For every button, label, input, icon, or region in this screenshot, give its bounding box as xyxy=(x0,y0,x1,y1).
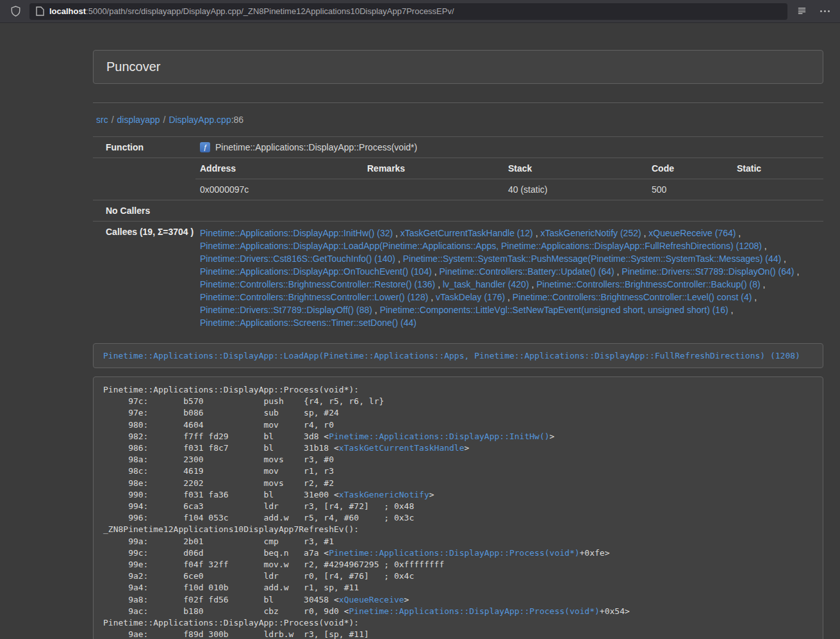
col-code: Code xyxy=(647,158,732,179)
breadcrumb-line-number: :86 xyxy=(231,115,243,125)
asm-text: > xyxy=(404,595,409,604)
asm-text: 98c: 4619 mov r1, r3 xyxy=(103,466,334,476)
asm-symbol-link[interactable]: Pinetime::Applications::DisplayApp::Proc… xyxy=(349,606,600,616)
callee-link[interactable]: Pinetime::Applications::DisplayApp::OnTo… xyxy=(200,266,432,277)
function-name: Pinetime::Applications::DisplayApp::Proc… xyxy=(215,142,417,152)
asm-line: 98e: 2202 movs r2, #2 xyxy=(103,478,334,488)
asm-text: _ZN8Pinetime12Applications10DisplayApp7R… xyxy=(103,524,359,534)
col-static: Static xyxy=(732,158,823,179)
asm-line: 97c: b570 push {r4, r5, r6, lr} xyxy=(103,396,384,406)
callee-link[interactable]: Pinetime::System::SystemTask::PushMessag… xyxy=(403,254,782,264)
app-title: Puncover xyxy=(106,60,810,74)
asm-text: 996: f104 053c add.w r5, r4, #60 ; 0x3c xyxy=(103,513,414,522)
callee-link[interactable]: xQueueReceive (764) xyxy=(648,228,736,238)
asm-text: > xyxy=(550,432,555,441)
value-stack: 40 (static) xyxy=(504,179,647,200)
asm-text: 97e: b086 sub sp, #24 xyxy=(103,408,339,417)
callee-link[interactable]: Pinetime::Drivers::St7789::DisplayOff() … xyxy=(200,305,372,315)
asm-symbol-link[interactable]: xQueueReceive xyxy=(339,595,404,604)
overflow-menu-icon[interactable] xyxy=(816,3,834,20)
asm-text: +0xfe> xyxy=(580,548,610,558)
asm-text: 99a: 2b01 cmp r3, #1 xyxy=(103,537,334,546)
asm-line: 99c: d06d beq.n a7a <Pinetime::Applicati… xyxy=(103,548,610,558)
callee-separator: , xyxy=(372,305,380,315)
asm-line: _ZN8Pinetime12Applications10DisplayApp7R… xyxy=(103,524,359,534)
callee-link[interactable]: Pinetime::Controllers::BrightnessControl… xyxy=(200,292,428,302)
url-host: localhost xyxy=(49,6,86,16)
breadcrumb-link-displayapp[interactable]: displayapp xyxy=(117,115,160,125)
assembly-listing: Pinetime::Applications::DisplayApp::Proc… xyxy=(93,376,823,639)
asm-line: 986: f031 f8c7 bl 31b18 <xTaskGetCurrent… xyxy=(103,443,469,453)
asm-text: 9a4: f10d 010b add.w r1, sp, #11 xyxy=(103,583,359,592)
asm-text: 99c: d06d beq.n a7a < xyxy=(103,548,329,558)
col-stack: Stack xyxy=(504,158,647,179)
function-name-cell: ƒ Pinetime::Applications::DisplayApp::Pr… xyxy=(195,137,823,158)
breadcrumb-separator: / xyxy=(163,115,166,125)
function-row: Function ƒ Pinetime::Applications::Displ… xyxy=(93,136,823,158)
asm-line: Pinetime::Applications::DisplayApp::Proc… xyxy=(103,618,359,627)
asm-line: 990: f031 fa36 bl 31e00 <xTaskGenericNot… xyxy=(103,490,434,499)
col-address: Address xyxy=(195,158,363,179)
context-symbol-link[interactable]: Pinetime::Applications::DisplayApp::Load… xyxy=(103,351,800,360)
metrics-value-row: 0x0000097c 40 (static) 500 xyxy=(195,179,823,200)
asm-text: 98e: 2202 movs r2, #2 xyxy=(103,478,334,488)
callee-link[interactable]: xTaskGenericNotify (252) xyxy=(540,228,641,238)
callee-separator: , xyxy=(505,292,513,302)
asm-text: 986: f031 f8c7 bl 31b18 < xyxy=(103,443,339,453)
callee-link[interactable]: Pinetime::Controllers::BrightnessControl… xyxy=(536,279,760,289)
url-bar[interactable]: localhost:5000/path/src/displayapp/Displ… xyxy=(29,3,787,20)
overflow-menu-dots xyxy=(820,10,830,12)
asm-line: 9a2: 6ce0 ldr r0, [r4, #76] ; 0x4c xyxy=(103,571,414,581)
asm-line: 9ae: f89d 300b ldrb.w r3, [sp, #11] xyxy=(103,629,369,639)
asm-symbol-link[interactable]: xTaskGenericNotify xyxy=(339,490,429,499)
callee-link[interactable]: Pinetime::Drivers::Cst816S::GetTouchInfo… xyxy=(200,254,395,264)
breadcrumb-separator: / xyxy=(111,115,114,125)
callee-separator: , xyxy=(393,228,400,238)
callee-separator: , xyxy=(762,241,767,251)
asm-line: 98c: 4619 mov r1, r3 xyxy=(103,466,334,476)
callee-link[interactable]: Pinetime::Controllers::Battery::Update()… xyxy=(440,266,614,277)
asm-text: +0x54> xyxy=(600,606,630,616)
callee-link[interactable]: Pinetime::Components::LittleVgl::SetNewT… xyxy=(380,305,729,315)
page-icon xyxy=(36,6,44,16)
reader-view-icon[interactable] xyxy=(793,3,811,20)
callee-link[interactable]: Pinetime::Controllers::BrightnessControl… xyxy=(513,292,752,302)
asm-text: 982: f7ff fd29 bl 3d8 < xyxy=(103,432,329,441)
url-path: :5000/path/src/displayapp/DisplayApp.cpp… xyxy=(86,6,454,16)
callee-separator: , xyxy=(729,305,734,315)
callee-link[interactable]: lv_task_handler (420) xyxy=(443,279,529,289)
callee-link[interactable]: Pinetime::Drivers::St7789::DisplayOn() (… xyxy=(622,266,794,277)
callee-link[interactable]: Pinetime::Applications::Screens::Timer::… xyxy=(200,318,416,328)
shield-icon[interactable] xyxy=(6,3,24,20)
asm-line: 982: f7ff fd29 bl 3d8 <Pinetime::Applica… xyxy=(103,432,554,441)
breadcrumb-link-src[interactable]: src xyxy=(96,115,108,125)
asm-text: Pinetime::Applications::DisplayApp::Proc… xyxy=(103,385,359,394)
callee-separator: , xyxy=(614,266,622,277)
callee-separator: , xyxy=(752,292,757,302)
asm-text: 990: f031 fa36 bl 31e00 < xyxy=(103,490,339,499)
callee-separator: , xyxy=(533,228,541,238)
breadcrumb-link-file[interactable]: DisplayApp.cpp xyxy=(169,115,231,125)
value-remarks xyxy=(363,179,504,200)
asm-line: 98a: 2300 movs r3, #0 xyxy=(103,455,334,464)
callee-link[interactable]: xTaskGetCurrentTaskHandle (12) xyxy=(400,228,533,238)
callee-separator: , xyxy=(432,266,440,277)
col-remarks: Remarks xyxy=(363,158,504,179)
asm-text: 9ac: b180 cbz r0, 9d0 < xyxy=(103,606,349,616)
callee-link[interactable]: Pinetime::Applications::DisplayApp::Load… xyxy=(200,241,762,251)
context-panel: Pinetime::Applications::DisplayApp::Load… xyxy=(93,343,823,368)
callee-link[interactable]: Pinetime::Applications::DisplayApp::Init… xyxy=(200,228,393,238)
main-content: Puncover src/displayapp/DisplayApp.cpp:8… xyxy=(93,23,823,639)
asm-symbol-link[interactable]: xTaskGetCurrentTaskHandle xyxy=(339,443,465,453)
asm-line: 9a8: f02f fd56 bl 30458 <xQueueReceive> xyxy=(103,595,409,604)
asm-text: Pinetime::Applications::DisplayApp::Proc… xyxy=(103,618,359,627)
asm-line: 9a4: f10d 010b add.w r1, sp, #11 xyxy=(103,583,359,592)
asm-line: 9ac: b180 cbz r0, 9d0 <Pinetime::Applica… xyxy=(103,606,630,616)
asm-line: Pinetime::Applications::DisplayApp::Proc… xyxy=(103,385,359,394)
callees-list: Pinetime::Applications::DisplayApp::Init… xyxy=(195,222,823,334)
browser-toolbar: localhost:5000/path/src/displayapp/Displ… xyxy=(0,0,840,23)
callee-link[interactable]: Pinetime::Controllers::BrightnessControl… xyxy=(200,279,435,289)
callee-link[interactable]: vTaskDelay (176) xyxy=(436,292,505,302)
asm-symbol-link[interactable]: Pinetime::Applications::DisplayApp::Init… xyxy=(329,432,549,441)
asm-symbol-link[interactable]: Pinetime::Applications::DisplayApp::Proc… xyxy=(329,548,579,558)
